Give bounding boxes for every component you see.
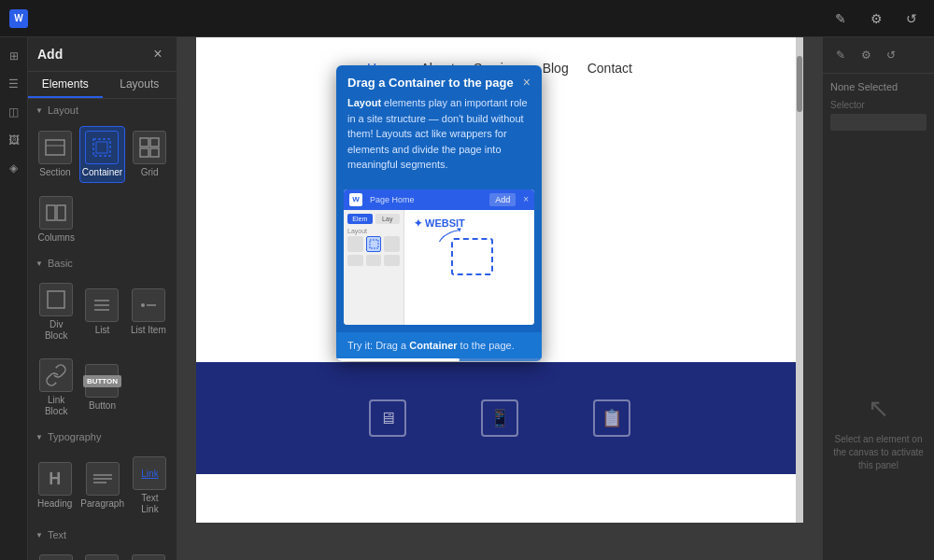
right-panel-header: ✎ ⚙ ↺ bbox=[823, 37, 934, 74]
style-icon[interactable]: ◈ bbox=[3, 157, 25, 179]
heading-label: Heading bbox=[37, 498, 72, 510]
preview-tab-layouts: Lay bbox=[375, 214, 401, 224]
panel-title: Add bbox=[37, 47, 63, 62]
svg-rect-10 bbox=[48, 291, 64, 308]
list-icon bbox=[85, 288, 119, 322]
edit-icon[interactable]: ✎ bbox=[828, 6, 854, 32]
top-bar-right: ✎ ⚙ ↺ bbox=[828, 6, 925, 32]
selector-empty bbox=[830, 114, 927, 131]
basic-items-2: Link Block BUTTON Button bbox=[28, 350, 177, 426]
grid-label: Grid bbox=[141, 167, 159, 178]
tooltip-progress-bar bbox=[336, 358, 542, 361]
preview-breadcrumb: Page Home bbox=[370, 195, 415, 204]
text-block-item[interactable]: Text Block bbox=[35, 551, 77, 560]
preview-section-label: Layout bbox=[347, 228, 400, 234]
svg-rect-5 bbox=[150, 138, 159, 147]
tooltip-popup: Drag a Container to the page × Layout el… bbox=[336, 65, 542, 361]
tooltip-footer-bold: Container bbox=[409, 340, 457, 351]
pages-icon[interactable]: ☰ bbox=[3, 73, 25, 95]
preview-add-btn: Add bbox=[489, 193, 516, 206]
list-item-item[interactable]: List Item bbox=[128, 279, 169, 345]
right-undo-icon[interactable]: ↺ bbox=[881, 45, 901, 65]
nav-contact[interactable]: Contact bbox=[587, 56, 632, 82]
paragraph-label: Paragraph bbox=[80, 498, 124, 510]
add-panel-icon[interactable]: ⊞ bbox=[3, 45, 25, 67]
block-quote-icon: " bbox=[85, 554, 119, 560]
panel-close-button[interactable]: × bbox=[149, 45, 167, 63]
columns-item[interactable]: Columns bbox=[35, 192, 77, 247]
footer-icon-mobile: 📱 bbox=[481, 399, 518, 437]
heading-item[interactable]: H Heading bbox=[35, 453, 74, 519]
canvas-scrollbar[interactable] bbox=[796, 37, 803, 523]
panel-tabs: Elements Layouts bbox=[28, 72, 177, 99]
paragraph-item[interactable]: Paragraph bbox=[78, 453, 126, 519]
svg-rect-0 bbox=[46, 140, 64, 155]
list-item-el[interactable]: List bbox=[81, 279, 122, 345]
link-block-icon bbox=[39, 358, 73, 392]
preview-icons-row-1 bbox=[347, 236, 400, 252]
section-item[interactable]: Section bbox=[35, 126, 75, 183]
link-block-label: Link Block bbox=[37, 395, 75, 417]
section-icon bbox=[38, 131, 72, 164]
svg-rect-6 bbox=[140, 148, 149, 157]
rich-text-icon: Rich bbox=[132, 554, 165, 560]
preview-content: Elem Lay Layout bbox=[344, 210, 534, 325]
site-footer: 🖥 📱 📋 bbox=[196, 362, 803, 474]
svg-rect-3 bbox=[96, 142, 107, 153]
left-panel: Add × Elements Layouts Layout Section bbox=[28, 37, 177, 560]
section-header-basic[interactable]: Basic bbox=[28, 252, 177, 274]
rich-text-item[interactable]: Rich Rich Text bbox=[128, 551, 169, 560]
settings-icon[interactable]: ⚙ bbox=[863, 6, 889, 32]
list-item-label: List Item bbox=[131, 325, 166, 336]
right-settings-icon[interactable]: ⚙ bbox=[856, 45, 876, 65]
heading-icon: H bbox=[38, 462, 72, 496]
text-link-icon: Link bbox=[133, 456, 166, 490]
section-header-typography[interactable]: Typography bbox=[28, 426, 177, 448]
preview-main: ✦ WEBSIT bbox=[404, 210, 534, 325]
right-panel-top-content: None Selected Selector bbox=[823, 74, 934, 306]
tab-elements[interactable]: Elements bbox=[28, 72, 103, 98]
section-header-layout[interactable]: Layout bbox=[28, 99, 177, 121]
tab-layouts[interactable]: Layouts bbox=[103, 72, 177, 98]
div-block-item[interactable]: Div Block bbox=[35, 279, 77, 345]
undo-icon[interactable]: ↺ bbox=[899, 6, 925, 32]
paragraph-icon bbox=[86, 462, 120, 496]
top-bar: W ✎ ⚙ ↺ bbox=[0, 0, 934, 37]
svg-rect-8 bbox=[47, 205, 55, 220]
right-edit-icon[interactable]: ✎ bbox=[830, 45, 851, 65]
none-selected-label: None Selected bbox=[830, 81, 927, 92]
text-link-label: Text Link bbox=[133, 493, 167, 515]
main-layout: ⊞ ☰ ◫ 🖼 ◈ Add × Elements Layouts Layout … bbox=[0, 37, 934, 560]
preview-section-icon bbox=[347, 236, 363, 252]
container-label: Container bbox=[82, 167, 122, 178]
media-icon[interactable]: 🖼 bbox=[3, 129, 25, 151]
preview-col2 bbox=[366, 255, 382, 266]
tooltip-close-button[interactable]: × bbox=[523, 75, 531, 90]
tooltip-footer: Try it: Drag a Container to the page. bbox=[336, 332, 542, 358]
block-quote-item[interactable]: " Block Quote bbox=[81, 551, 122, 560]
footer-icon-tablet: 📋 bbox=[593, 399, 630, 437]
text-link-item[interactable]: Link Text Link bbox=[131, 453, 169, 519]
preview-col3 bbox=[384, 255, 400, 266]
tooltip-body: Layout elements play an important role i… bbox=[336, 95, 542, 182]
grid-item[interactable]: Grid bbox=[130, 126, 169, 183]
svg-rect-9 bbox=[57, 205, 65, 220]
basic-items: Div Block List List Item bbox=[28, 274, 177, 350]
section-header-text[interactable]: Text bbox=[28, 524, 177, 546]
button-icon: BUTTON bbox=[85, 364, 119, 398]
link-block-item[interactable]: Link Block bbox=[35, 355, 77, 421]
components-icon[interactable]: ◫ bbox=[3, 101, 25, 123]
columns-icon bbox=[39, 196, 73, 230]
preview-container-icon bbox=[366, 236, 382, 252]
nav-blog[interactable]: Blog bbox=[543, 56, 569, 82]
preview-grid-icon bbox=[384, 236, 400, 252]
button-item[interactable]: BUTTON Button bbox=[81, 355, 122, 421]
right-panel-icons: ✎ ⚙ ↺ bbox=[830, 45, 901, 65]
cursor-icon: ↖ bbox=[868, 393, 889, 424]
preview-cols-row bbox=[347, 255, 400, 266]
svg-rect-24 bbox=[370, 240, 378, 248]
preview-close-btn: × bbox=[523, 194, 529, 204]
svg-rect-7 bbox=[150, 148, 159, 157]
div-block-label: Div Block bbox=[37, 319, 75, 342]
container-item[interactable]: Container bbox=[79, 126, 125, 183]
